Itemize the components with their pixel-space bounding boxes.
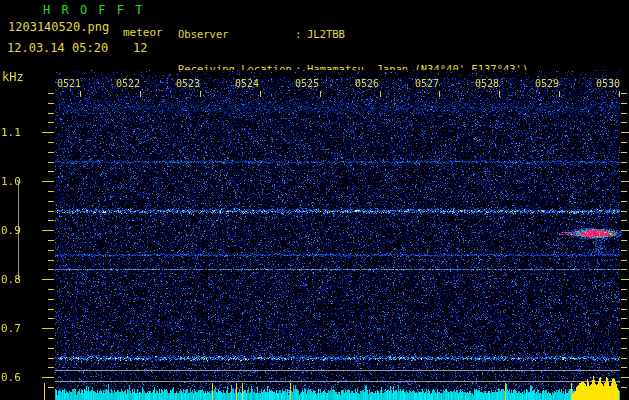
- time-axis-label: 0530: [594, 78, 622, 89]
- freq-axis-label: 0.7: [1, 322, 27, 335]
- info-row-observer: Observer:JL2TBB: [178, 29, 528, 41]
- time-axis-label: 0528: [473, 78, 501, 89]
- time-axis-label: 0529: [533, 78, 561, 89]
- freq-unit-label: kHz: [2, 70, 24, 84]
- time-axis-label: 0522: [114, 78, 142, 89]
- freq-axis-label: 0.6: [1, 371, 27, 384]
- time-axis-label: 0524: [233, 78, 261, 89]
- info-value: JL2TBB: [307, 29, 345, 41]
- time-axis-label: 0525: [293, 78, 321, 89]
- info-label: Observer: [178, 29, 295, 41]
- record-datetime: 12.03.14 05:20: [7, 41, 108, 55]
- meteor-count: 12: [133, 41, 147, 55]
- freq-axis-label: 1.0: [1, 175, 27, 188]
- spectrogram-canvas: [0, 70, 629, 400]
- output-filename: 1203140520.png: [8, 20, 109, 34]
- time-axis-label: 0523: [174, 78, 202, 89]
- hrofft-screen: H R O F F T 1203140520.png meteor 12.03.…: [0, 0, 629, 400]
- time-axis-label: 0521: [55, 78, 83, 89]
- time-axis-label: 0526: [353, 78, 381, 89]
- mode-label: meteor: [123, 26, 163, 39]
- app-title: H R O F F T: [43, 3, 144, 17]
- freq-axis-label: 0.9: [1, 224, 27, 237]
- time-axis-label: 0527: [413, 78, 441, 89]
- freq-axis-label: 1.1: [1, 126, 27, 139]
- info-colon: :: [295, 29, 307, 41]
- freq-axis-label: 0.8: [1, 273, 27, 286]
